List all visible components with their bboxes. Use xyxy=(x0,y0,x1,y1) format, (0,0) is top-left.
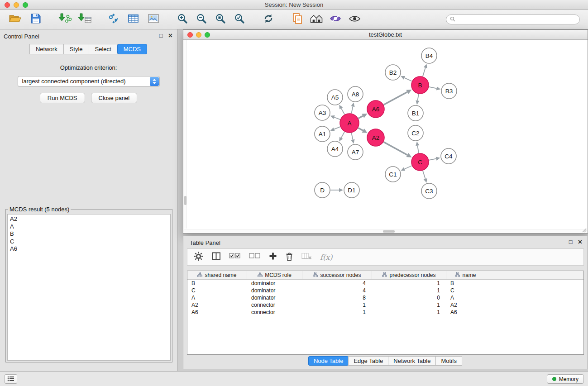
graph-node-B2[interactable]: B2 xyxy=(385,65,401,80)
optimization-criterion-select[interactable]: largest connected component (directed) xyxy=(18,76,160,87)
tab-style[interactable]: Style xyxy=(63,44,89,54)
minimize-window-icon[interactable] xyxy=(14,2,19,8)
graph-node-C1[interactable]: C1 xyxy=(385,167,401,182)
graph-node-C3[interactable]: C3 xyxy=(421,183,437,199)
result-item[interactable]: B xyxy=(8,230,170,238)
network-canvas[interactable]: AA6A2BCA5A8A3A1A4A7B4B2B3B1C2C4C1C3DD1 xyxy=(184,40,587,233)
table-row[interactable]: A6connector11A6 xyxy=(187,309,583,316)
horizontal-scroll-thumb[interactable] xyxy=(383,230,395,233)
zoom-fit-button[interactable] xyxy=(212,11,229,28)
network-view-window[interactable]: testGlobe.txt AA6A2BCA5A8A3A1A4A7B4B2B3B… xyxy=(183,29,588,234)
memory-button[interactable]: Memory xyxy=(547,374,584,384)
resize-grip-icon[interactable] xyxy=(581,226,587,232)
hide-details-button[interactable] xyxy=(327,11,344,28)
window-traffic-lights[interactable] xyxy=(5,2,28,8)
table-row[interactable]: Bdominator41B xyxy=(187,280,583,287)
tab-network[interactable]: Network xyxy=(29,44,64,54)
show-columns-button[interactable] xyxy=(211,252,221,262)
zoom-out-button[interactable] xyxy=(193,11,210,28)
deselect-all-button[interactable] xyxy=(249,253,261,261)
graph-node-B3[interactable]: B3 xyxy=(441,83,457,99)
float-table-panel-icon[interactable]: □ xyxy=(569,239,573,245)
search-input[interactable] xyxy=(458,16,576,23)
close-window-icon[interactable] xyxy=(5,2,10,8)
graph-node-B4[interactable]: B4 xyxy=(421,48,437,63)
result-item[interactable]: C xyxy=(8,238,170,246)
open-session-button[interactable] xyxy=(6,11,24,28)
graph-node-A4[interactable]: A4 xyxy=(327,141,343,157)
task-history-button[interactable] xyxy=(5,374,17,384)
table-settings-button[interactable] xyxy=(194,252,203,263)
graph-node-A6[interactable]: A6 xyxy=(367,100,384,118)
table-row[interactable]: Cdominator41C xyxy=(187,287,583,294)
network-minimize-icon[interactable] xyxy=(196,32,201,38)
close-panel-button[interactable]: Close panel xyxy=(91,93,138,103)
home-networks-button[interactable] xyxy=(308,11,325,28)
close-table-panel-icon[interactable]: × xyxy=(578,239,582,245)
import-table-button[interactable] xyxy=(76,11,93,28)
table-row[interactable]: A2connector11A2 xyxy=(187,301,583,309)
tab-mcds[interactable]: MCDS xyxy=(117,44,147,54)
tab-select[interactable]: Select xyxy=(89,44,118,54)
network-graph[interactable]: AA6A2BCA5A8A3A1A4A7B4B2B3B1C2C4C1C3DD1 xyxy=(184,40,587,233)
network-window-traffic-lights[interactable] xyxy=(187,32,210,38)
export-image-button[interactable] xyxy=(145,11,162,28)
network-vertical-scrollbar[interactable] xyxy=(184,40,187,229)
float-panel-icon[interactable]: □ xyxy=(159,33,163,38)
network-close-icon[interactable] xyxy=(187,32,193,38)
vertical-scroll-thumb[interactable] xyxy=(184,196,186,205)
result-item[interactable]: A2 xyxy=(8,215,170,223)
run-mcds-button[interactable]: Run MCDS xyxy=(40,93,85,103)
select-all-button[interactable] xyxy=(229,253,241,261)
save-session-button[interactable] xyxy=(27,11,44,28)
graph-node-A2[interactable]: A2 xyxy=(367,129,384,146)
mcds-result-list[interactable]: A2ABCA6 xyxy=(7,214,171,361)
network-zoom-icon[interactable] xyxy=(205,32,210,38)
open-recent-button[interactable] xyxy=(289,11,306,28)
result-item[interactable]: A xyxy=(8,223,170,231)
function-builder-button[interactable]: f(x) xyxy=(320,253,332,262)
graph-node-D1[interactable]: D1 xyxy=(344,182,359,198)
zoom-selected-button[interactable] xyxy=(231,11,248,28)
column-header-predecessor-nodes[interactable]: predecessor nodes xyxy=(372,271,446,279)
import-network-button[interactable] xyxy=(56,11,73,28)
column-header-successor-nodes[interactable]: successor nodes xyxy=(302,271,372,279)
apply-layout-button[interactable] xyxy=(260,11,277,28)
delete-table-button[interactable] xyxy=(301,252,312,262)
add-column-button[interactable] xyxy=(269,252,277,262)
graph-node-D[interactable]: D xyxy=(315,182,330,198)
network-horizontal-scrollbar[interactable] xyxy=(184,229,587,233)
table-row[interactable]: Adominator80A xyxy=(187,294,583,301)
column-header-shared-name[interactable]: shared name xyxy=(187,271,247,279)
result-item[interactable]: A6 xyxy=(8,245,170,253)
graph-node-A[interactable]: A xyxy=(340,114,359,133)
tab-edge-table[interactable]: Edge Table xyxy=(348,356,388,366)
graph-node-C4[interactable]: C4 xyxy=(441,148,456,164)
new-network-button[interactable] xyxy=(105,11,122,28)
column-header-MCDS-role[interactable]: MCDS role xyxy=(247,271,302,279)
network-window-titlebar[interactable]: testGlobe.txt xyxy=(183,30,588,40)
tab-motifs[interactable]: Motifs xyxy=(435,356,462,366)
show-details-button[interactable] xyxy=(346,11,363,28)
zoom-window-icon[interactable] xyxy=(23,2,28,8)
graph-node-C[interactable]: C xyxy=(411,153,429,171)
document-copy-icon xyxy=(292,13,303,26)
graph-node-B[interactable]: B xyxy=(411,76,429,94)
checked-boxes-icon xyxy=(229,253,241,261)
node-table[interactable]: shared nameMCDS rolesuccessor nodesprede… xyxy=(187,271,584,355)
zoom-in-button[interactable] xyxy=(174,11,191,28)
graph-node-B1[interactable]: B1 xyxy=(408,105,423,121)
graph-node-A1[interactable]: A1 xyxy=(315,126,330,142)
column-header-name[interactable]: name xyxy=(446,271,485,279)
tab-network-table[interactable]: Network Table xyxy=(388,356,436,366)
graph-node-A3[interactable]: A3 xyxy=(315,105,330,120)
graph-node-A8[interactable]: A8 xyxy=(348,86,363,102)
graph-node-A7[interactable]: A7 xyxy=(348,144,363,160)
toolbar-search[interactable] xyxy=(446,14,580,24)
delete-column-button[interactable] xyxy=(285,252,293,263)
graph-node-C2[interactable]: C2 xyxy=(408,125,423,141)
graph-node-A5[interactable]: A5 xyxy=(327,90,343,105)
new-table-button[interactable] xyxy=(125,11,142,28)
close-panel-icon[interactable]: × xyxy=(168,33,172,38)
tab-node-table[interactable]: Node Table xyxy=(308,356,349,366)
